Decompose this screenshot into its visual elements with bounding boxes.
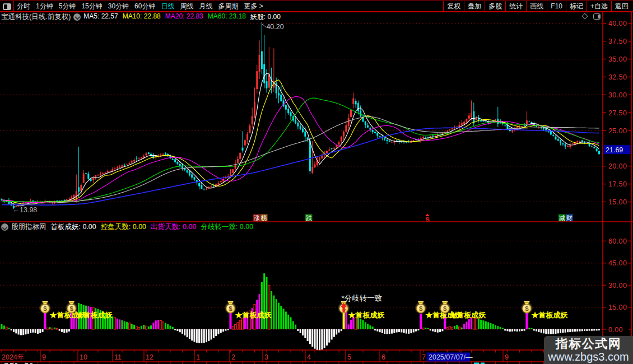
x-axis-label: 7 — [422, 353, 426, 361]
y-axis-label: 45.00 — [608, 259, 627, 267]
x-axis-label: 10 — [80, 353, 87, 361]
y-axis-label: 17.50 — [608, 180, 627, 188]
x-axis-label: 2 — [231, 353, 235, 361]
convergence-note: *分歧转一致 — [342, 294, 383, 302]
y-axis-label: 15.00 — [608, 304, 627, 311]
x-axis-label: 9 — [505, 353, 509, 361]
y-axis-label: 60.00 — [608, 237, 627, 245]
x-axis-label: 9 — [42, 353, 46, 361]
event-tag-label: 财 — [566, 214, 573, 221]
signal-label: ★首板成妖 — [531, 311, 568, 319]
candlestick-series — [2, 22, 599, 209]
y-axis-label: 35.00 — [608, 55, 627, 63]
chart-markers: ★首板成妖★首板成妖★首板成妖★首板成妖*分歧转一致★首板成妖★首板成妖★首板成… — [13, 23, 573, 319]
signal-label: ★首板成妖 — [235, 311, 272, 319]
watermark: 指标公式网 www.zbgs3.com — [544, 336, 633, 364]
y-axis-label: 27.50 — [608, 109, 627, 117]
y-axis-label: 30.00 — [608, 282, 627, 290]
x-axis-row: 2024年9101112123456792025/07/07/— — [0, 350, 633, 364]
event-tag-label: 跌 — [306, 214, 313, 221]
high-annotation: 40.20 — [266, 23, 283, 31]
signal-label: ★首板成妖 — [76, 311, 113, 319]
y-axis-label: 40.00 — [608, 20, 627, 27]
cursor-date-label: 2025/07/07/— — [429, 353, 473, 361]
year-label: 2024年 — [2, 353, 24, 361]
event-tag-label: 减 — [559, 214, 565, 221]
signal-label: ★首板成妖 — [449, 311, 486, 319]
signal-label: ★首板成妖 — [348, 311, 385, 319]
event-tag-label: 涨 — [254, 214, 260, 221]
y-axis-label: 15.00 — [608, 198, 627, 206]
trading-app-window: 分时1分钟5分钟15分钟30分钟60分钟日线周线月线多周期更多 > 复权叠加多股… — [0, 0, 633, 364]
gridlines — [0, 24, 603, 329]
x-axis-label: 6 — [381, 353, 385, 361]
last-price-tag: 21.69 — [604, 145, 631, 154]
y-axis-label: 32.50 — [608, 73, 627, 81]
ma-lines — [2, 73, 599, 206]
chart-canvas: $2024年9101112123456792025/07/07/—★首板成妖★首… — [0, 0, 633, 364]
y-axis-label: 20.00 — [608, 162, 627, 170]
x-axis-label: 12 — [146, 353, 153, 361]
x-axis-label: 5 — [347, 353, 351, 361]
last-price-label: 21.69 — [606, 146, 623, 154]
y-axis-label: 0.00 — [608, 326, 623, 334]
x-axis-label: 1 — [196, 353, 200, 361]
ma-line-MA20 — [2, 97, 599, 203]
y-axis-label: 25.00 — [608, 127, 627, 135]
x-axis-label: 4 — [307, 353, 311, 361]
y-axis-label: 37.50 — [608, 38, 627, 45]
x-axis-label: 11 — [114, 353, 122, 361]
x-axis-label: 3 — [264, 353, 268, 361]
watermark-url: www.zbgs3.com — [544, 351, 633, 363]
watermark-title: 指标公式网 — [544, 337, 633, 351]
low-annotation: ←13.98 — [13, 206, 38, 214]
event-tag-label: 榜 — [261, 214, 267, 221]
y-axis-label: 30.00 — [608, 91, 627, 99]
high-annotation-leader — [262, 24, 266, 27]
